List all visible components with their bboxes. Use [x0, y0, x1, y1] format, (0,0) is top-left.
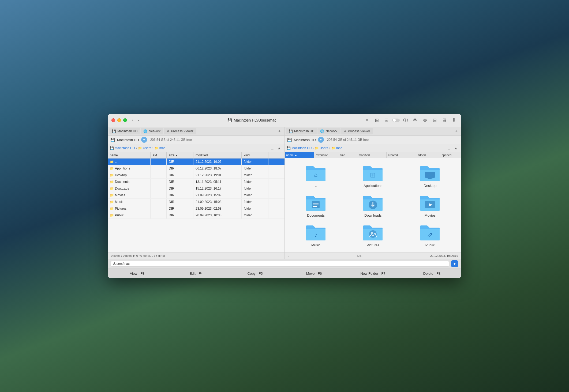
folder-icon: 📁 [110, 180, 114, 184]
icon-item-pictures[interactable]: Pictures [347, 223, 399, 247]
file-cell-ext [151, 192, 167, 198]
table-row[interactable]: 📁 Music DIR 21.09.2023, 15:08 folder [108, 199, 284, 205]
bc-left-list-icon[interactable]: ☰ [269, 145, 275, 151]
new-folder-f7-button[interactable]: New Folder - F7 [343, 269, 402, 278]
file-cell-modified: 21.09.2023, 15:08 [193, 199, 242, 205]
col-header-size[interactable]: size ▲ [167, 152, 193, 158]
download-icon[interactable]: ⬇ [450, 116, 458, 124]
col-header-ext[interactable]: ext [151, 152, 167, 158]
close-button[interactable] [111, 118, 115, 122]
col-header-modified[interactable]: modified [193, 152, 242, 158]
toggle-icon[interactable] [392, 116, 400, 124]
maximize-button[interactable] [123, 118, 127, 122]
copy-f5-button[interactable]: Copy - F5 [226, 269, 284, 278]
bc-left-users[interactable]: 📁 Users [138, 146, 151, 150]
forward-button[interactable]: › [136, 117, 140, 123]
bc-right-macintosh-hd[interactable]: 💾 Macintosh HD [287, 146, 312, 150]
right-col-name[interactable]: name ▲ [285, 152, 314, 158]
right-tab-process-viewer[interactable]: 🖥 Process Viewer [340, 128, 373, 134]
bc-left-macintosh-hd[interactable]: 💾 Macintosh HD [110, 146, 135, 150]
preview-icon[interactable]: 👁 [411, 116, 419, 124]
file-cell-name: 📁 Public [108, 212, 151, 218]
monitor-icon[interactable]: 🖥 [440, 116, 448, 124]
right-drive-pane: 💾 Macintosh HD ▼ 206,54 GB of 245,11 GB … [284, 136, 461, 144]
right-tab-add-button[interactable]: + [453, 128, 459, 134]
binoculars-icon[interactable]: ⊗ [421, 116, 429, 124]
col-header-name[interactable]: name [108, 152, 151, 158]
table-row[interactable]: 📁 Pictures DIR 23.09.2023, 02:58 folder [108, 205, 284, 212]
svg-point-17 [371, 232, 373, 234]
bc-right-mac[interactable]: 📁 mac [331, 146, 342, 150]
file-list: 📁 .. DIR 21.12.2023, 19:06 folder 📁 App.… [108, 159, 284, 252]
right-col-created[interactable]: created [387, 152, 416, 158]
bc-right-star-icon[interactable]: ★ [453, 145, 459, 151]
sort-arrow-icon: ▲ [175, 154, 178, 157]
bc-right-list-icon[interactable]: ☰ [446, 145, 452, 151]
column-view-icon[interactable]: ⊞ [373, 116, 380, 124]
delete-f8-button[interactable]: Delete - F8 [402, 269, 461, 278]
right-col-opened[interactable]: opened [440, 152, 462, 158]
right-col-size[interactable]: size [338, 152, 357, 158]
right-tab-network-label: Network [325, 129, 337, 133]
table-row[interactable]: 📁 Movies DIR 21.09.2023, 15:09 folder [108, 192, 284, 199]
path-input[interactable] [111, 261, 449, 267]
equalizer-icon[interactable]: ⊟ [431, 116, 438, 124]
icon-item-music[interactable]: ♪ Music [290, 223, 342, 247]
icon-item-parent[interactable]: ⌂ .. [290, 163, 342, 188]
left-tab-network[interactable]: 🌐 Network [141, 128, 163, 134]
icon-item-desktop[interactable]: Desktop [404, 163, 456, 188]
bc-left-mac[interactable]: 📁 mac [155, 146, 166, 150]
right-col-extension[interactable]: extension [314, 152, 338, 158]
icon-item-applications[interactable]: ⊞ Applications [347, 163, 399, 188]
bc-left-star-icon[interactable]: ★ [276, 145, 282, 151]
left-breadcrumb: 💾 Macintosh HD › 📁 Users › 📁 mac ☰ ★ [108, 144, 284, 152]
bc-right-users[interactable]: 📁 Users [315, 146, 328, 150]
file-cell-size: DIR [167, 172, 193, 178]
icon-item-downloads[interactable]: Downloads [347, 193, 399, 217]
view-f3-button[interactable]: View - F3 [108, 269, 167, 278]
icon-item-movies[interactable]: Movies [404, 193, 456, 217]
info-icon[interactable]: ⓘ [402, 116, 409, 124]
bc-right-sep1: › [313, 146, 314, 150]
right-col-modified[interactable]: modified [357, 152, 387, 158]
col-modified-label: modified [196, 153, 208, 157]
file-cell-ext [151, 179, 167, 185]
network-icon-left: 🌐 [143, 129, 147, 133]
folder-icon: 📁 [110, 200, 114, 204]
right-col-extension-label: extension [316, 153, 328, 157]
right-col-size-label: size [340, 153, 345, 157]
file-cell-extra [268, 159, 276, 165]
table-row[interactable]: 📁 App...tions DIR 06.12.2023, 18:07 fold… [108, 165, 284, 172]
right-col-created-label: created [388, 153, 398, 157]
nav-buttons: ‹ › [130, 117, 141, 123]
col-header-kind[interactable]: kind [242, 152, 268, 158]
move-f6-button[interactable]: Move - F6 [284, 269, 343, 278]
icon-item-public[interactable]: ⇗ Public [404, 223, 456, 247]
left-drive-name: Macintosh HD [117, 138, 139, 142]
bc-right-folder-icon2: 📁 [331, 146, 335, 150]
table-row[interactable]: 📁 .. DIR 21.12.2023, 19:06 folder [108, 159, 284, 165]
table-row[interactable]: 📁 Doc...ents DIR 13.11.2023, 05:11 folde… [108, 179, 284, 185]
right-tab-network[interactable]: 🌐 Network [317, 128, 340, 134]
table-row[interactable]: 📁 Desktop DIR 21.12.2023, 19:01 folder [108, 172, 284, 179]
list-view-icon[interactable]: ≡ [363, 116, 371, 124]
icon-view-icon[interactable]: ⊟ [383, 116, 390, 124]
file-cell-kind: folder [242, 159, 268, 165]
right-drive-arrow[interactable]: ▼ [318, 137, 324, 143]
minimize-button[interactable] [117, 118, 121, 122]
right-tab-macintosh-hd[interactable]: 💾 Macintosh HD [286, 128, 317, 134]
left-tab-process-viewer[interactable]: 🖥 Process Viewer [164, 128, 196, 134]
right-col-added[interactable]: added [416, 152, 440, 158]
icon-grid: ⌂ .. ⊞ Applications [285, 158, 462, 252]
left-drive-arrow[interactable]: ▼ [141, 137, 147, 143]
left-tab-add-button[interactable]: + [276, 128, 283, 134]
back-button[interactable]: ‹ [130, 117, 135, 123]
icon-item-documents[interactable]: Documents [290, 193, 342, 217]
table-row[interactable]: 📁 Dow...ads DIR 15.12.2023, 16:17 folder [108, 185, 284, 192]
left-tab-macintosh-hd[interactable]: 💾 Macintosh HD [109, 128, 140, 134]
svg-text:⊞: ⊞ [370, 171, 376, 179]
svg-rect-4 [425, 172, 435, 178]
table-row[interactable]: 📁 Public DIR 20.09.2023, 10:38 folder [108, 212, 284, 219]
edit-f4-button[interactable]: Edit - F4 [167, 269, 226, 278]
path-go-button[interactable]: ▼ [451, 260, 458, 267]
